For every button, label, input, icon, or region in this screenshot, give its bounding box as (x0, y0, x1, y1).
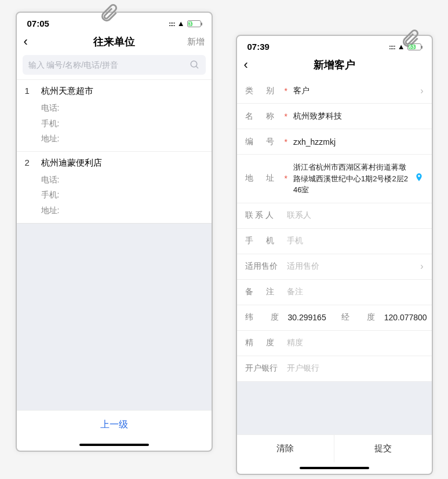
item-mobile-label: 手机: (41, 187, 203, 203)
svg-point-0 (191, 61, 197, 67)
field-price[interactable]: 适用售价 适用售价 › (237, 254, 432, 280)
label: 备 注 (245, 287, 282, 297)
value: 客户 (293, 86, 416, 96)
lat-value: 30.299165 (288, 313, 326, 322)
wifi-icon: ▲ (177, 19, 185, 28)
field-code[interactable]: 编 号* zxh_hzzmkj (237, 129, 432, 155)
list-item[interactable]: 1 杭州天意超市 电话: 手机: 地址: (17, 79, 212, 151)
search-input[interactable] (28, 60, 190, 70)
placeholder: 开户银行 (287, 363, 424, 374)
status-time: 07:39 (247, 42, 269, 52)
search-box[interactable] (23, 55, 206, 75)
page-title: 新增客户 (237, 58, 432, 72)
contact-list: 1 杭州天意超市 电话: 手机: 地址: 2 杭州迪蒙便利店 电话: 手机: 地… (17, 79, 212, 223)
status-time: 07:05 (27, 19, 49, 28)
field-name[interactable]: 名 称* 杭州致梦科技 (237, 104, 432, 129)
label: 联 系 人 (245, 210, 282, 221)
lat-label: 纬 度 (245, 312, 283, 323)
lng-label: 经 度 (341, 312, 380, 323)
button-bar: 清除 提交 (237, 434, 432, 462)
label: 适用售价 (245, 261, 282, 272)
customer-form: 类 别* 客户 › 名 称* 杭州致梦科技 编 号* zxh_hzzmkj 地 … (237, 78, 432, 382)
placeholder: 适用售价 (287, 261, 416, 272)
field-precision[interactable]: 精 度 精度 (237, 331, 432, 356)
back-button[interactable]: ‹ (24, 34, 28, 49)
label: 名 称 (245, 111, 282, 122)
chevron-right-icon: › (420, 86, 423, 96)
nav-bar: ‹ 新增客户 (237, 54, 432, 78)
item-mobile-label: 手机: (41, 116, 203, 131)
status-icons: :::: ▲ 37 (169, 19, 201, 28)
field-contact[interactable]: 联 系 人 联系人 (237, 203, 432, 229)
back-button[interactable]: ‹ (244, 57, 248, 72)
svg-line-1 (196, 66, 198, 68)
label: 手 机 (245, 236, 282, 246)
search-wrap (17, 55, 212, 79)
value: zxh_hzzmkj (293, 137, 424, 147)
value: 浙江省杭州市西湖区蒋村街道蒋墩路绿城西溪世纪中心1期2号楼2层246室 (293, 162, 410, 196)
item-addr-label: 地址: (41, 203, 203, 218)
placeholder: 手机 (287, 236, 424, 246)
placeholder: 备注 (287, 287, 424, 297)
field-bank[interactable]: 开户银行 开户银行 (237, 356, 432, 382)
placeholder: 联系人 (287, 210, 424, 221)
label: 地 址 (245, 173, 282, 184)
search-icon (190, 60, 200, 70)
clear-button[interactable]: 清除 (237, 435, 335, 462)
add-button[interactable]: 新增 (187, 36, 205, 47)
battery-icon: 37 (187, 20, 201, 27)
lng-value: 120.077800 (384, 313, 427, 322)
item-tel-label: 电话: (41, 172, 203, 188)
item-addr-label: 地址: (41, 131, 203, 147)
chevron-right-icon: › (420, 261, 423, 272)
signal-icon: :::: (169, 20, 175, 27)
item-name: 杭州迪蒙便利店 (41, 158, 102, 169)
field-mobile[interactable]: 手 机 手机 (237, 229, 432, 254)
screen-new-customer: 07:39 :::: ▲ 63 ‹ 新增客户 类 别* 客户 › 名 称* 杭州… (236, 35, 433, 475)
field-remark[interactable]: 备 注 备注 (237, 280, 432, 305)
label: 开户银行 (245, 363, 282, 374)
field-type[interactable]: 类 别* 客户 › (237, 78, 432, 104)
location-icon[interactable] (414, 173, 424, 184)
item-index: 2 (25, 158, 33, 169)
screen-contacts: 07:05 :::: ▲ 37 ‹ 往来单位 新增 1 杭州天意超市 电话: (16, 12, 213, 452)
home-indicator (237, 462, 432, 474)
label: 精 度 (245, 338, 282, 348)
label: 编 号 (245, 137, 282, 147)
home-indicator (17, 439, 212, 451)
battery-icon: 63 (407, 43, 421, 50)
blank-area (237, 382, 432, 435)
paperclip-icon (98, 2, 119, 23)
prev-level-button[interactable]: 上一级 (17, 410, 212, 439)
blank-area (17, 223, 212, 410)
nav-bar: ‹ 往来单位 新增 (17, 31, 212, 55)
label: 类 别 (245, 86, 282, 96)
placeholder: 精度 (287, 338, 424, 348)
list-item[interactable]: 2 杭州迪蒙便利店 电话: 手机: 地址: (17, 151, 212, 223)
signal-icon: :::: (389, 43, 395, 50)
field-latlng[interactable]: 纬 度 30.299165 经 度 120.077800 (237, 305, 432, 331)
value: 杭州致梦科技 (293, 111, 424, 122)
item-tel-label: 电话: (41, 100, 203, 116)
submit-button[interactable]: 提交 (334, 435, 432, 462)
item-index: 1 (25, 86, 33, 97)
field-address[interactable]: 地 址* 浙江省杭州市西湖区蒋村街道蒋墩路绿城西溪世纪中心1期2号楼2层246室 (237, 155, 432, 203)
item-name: 杭州天意超市 (41, 86, 93, 97)
page-title: 往来单位 (17, 35, 212, 49)
